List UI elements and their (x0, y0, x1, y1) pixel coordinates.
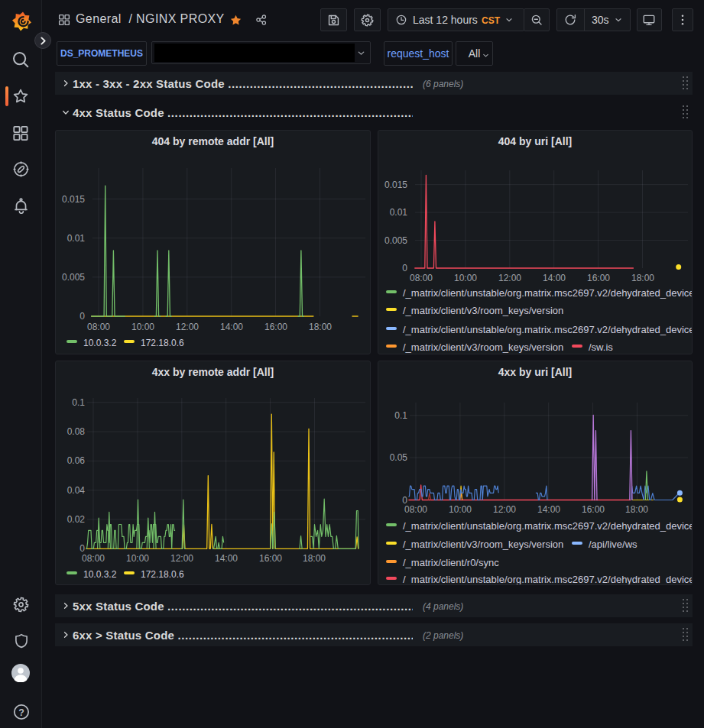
svg-text:08:00: 08:00 (410, 273, 433, 283)
svg-text:18:00: 18:00 (625, 504, 648, 515)
svg-text:0.06: 0.06 (67, 455, 86, 466)
svg-text:16:00: 16:00 (582, 504, 605, 515)
svg-text:/_matrix/client/v3/room_keys/v: /_matrix/client/v3/room_keys/version (403, 539, 563, 550)
svg-text:0: 0 (402, 263, 407, 273)
svg-text:16:00: 16:00 (264, 322, 287, 332)
svg-text:18:00: 18:00 (631, 273, 654, 283)
svg-text:18:00: 18:00 (303, 553, 326, 564)
svg-text:0.01: 0.01 (390, 207, 408, 218)
svg-text:?: ? (18, 707, 24, 718)
svg-text:08:00: 08:00 (82, 553, 105, 564)
svg-text:16:00: 16:00 (259, 553, 282, 564)
svg-text:10.0.3.2: 10.0.3.2 (83, 569, 117, 580)
svg-text:14:00: 14:00 (215, 553, 238, 564)
svg-text:/_matrix/client/v3/room_keys/v: /_matrix/client/v3/room_keys/version (403, 305, 563, 316)
svg-text:10:00: 10:00 (454, 273, 477, 283)
svg-text:/_matrix/client/unstable/org.m: /_matrix/client/unstable/org.matrix.msc2… (403, 324, 693, 335)
svg-text:172.18.0.6: 172.18.0.6 (141, 569, 184, 580)
svg-text:0.015: 0.015 (384, 180, 407, 190)
svg-text:172.18.0.6: 172.18.0.6 (141, 338, 184, 348)
svg-text:16:00: 16:00 (587, 273, 610, 283)
svg-text:/_matrix/client/unstable/org.m: /_matrix/client/unstable/org.matrix.msc2… (403, 287, 693, 299)
svg-text:/_matrix/client/unstable/org.m: /_matrix/client/unstable/org.matrix.msc2… (403, 520, 693, 532)
svg-text:10:00: 10:00 (126, 553, 149, 564)
svg-text:0.005: 0.005 (62, 272, 85, 283)
svg-text:/_matrix/client/v3/room_keys/v: /_matrix/client/v3/room_keys/version (403, 341, 563, 353)
svg-text:0.08: 0.08 (67, 426, 86, 437)
svg-text:/api/live/ws: /api/live/ws (589, 539, 637, 550)
svg-text:12:00: 12:00 (170, 553, 193, 564)
svg-text:0.1: 0.1 (72, 397, 85, 408)
svg-text:/_matrix/client/unstable/org.m: /_matrix/client/unstable/org.matrix.msc2… (403, 574, 693, 585)
svg-text:18:00: 18:00 (309, 322, 332, 332)
svg-text:0.01: 0.01 (67, 233, 86, 244)
svg-text:0.05: 0.05 (390, 452, 408, 463)
svg-text:08:00: 08:00 (404, 504, 427, 515)
svg-text:10.0.3.2: 10.0.3.2 (83, 338, 117, 348)
svg-text:14:00: 14:00 (537, 504, 560, 515)
svg-text:12:00: 12:00 (176, 322, 199, 332)
svg-text:14:00: 14:00 (220, 322, 243, 332)
svg-text:0: 0 (79, 311, 85, 322)
svg-text:0.015: 0.015 (62, 194, 85, 205)
svg-text:0.04: 0.04 (67, 485, 86, 496)
svg-text:10:00: 10:00 (131, 322, 154, 332)
svg-text:12:00: 12:00 (498, 273, 521, 283)
svg-text:14:00: 14:00 (543, 273, 566, 283)
svg-text:0.1: 0.1 (394, 410, 407, 421)
svg-text:0.005: 0.005 (384, 235, 407, 246)
svg-text:/_matrix/client/r0/sync: /_matrix/client/r0/sync (403, 557, 499, 568)
svg-text:10:00: 10:00 (449, 504, 472, 515)
svg-text:08:00: 08:00 (87, 322, 110, 332)
svg-text:0.02: 0.02 (67, 514, 86, 525)
svg-text:/sw.is: /sw.is (589, 341, 613, 353)
svg-text:12:00: 12:00 (493, 504, 516, 515)
